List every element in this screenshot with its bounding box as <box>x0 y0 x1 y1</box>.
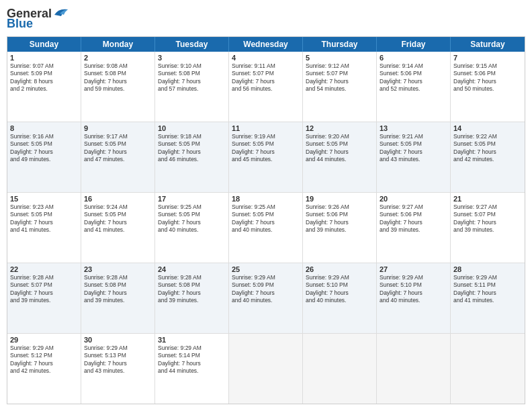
calendar-week-2: 8Sunrise: 9:16 AMSunset: 5:05 PMDaylight… <box>7 122 525 193</box>
calendar-cell-4-1: 22Sunrise: 9:28 AMSunset: 5:07 PMDayligh… <box>7 263 81 333</box>
cell-sun-info: Sunrise: 9:25 AMSunset: 5:05 PMDaylight:… <box>158 203 226 234</box>
cell-sun-info: Sunrise: 9:07 AMSunset: 5:09 PMDaylight:… <box>10 62 78 93</box>
cell-sun-info: Sunrise: 9:29 AMSunset: 5:13 PMDaylight:… <box>84 345 152 375</box>
calendar-cell-3-1: 15Sunrise: 9:23 AMSunset: 5:05 PMDayligh… <box>7 193 81 263</box>
day-header-sunday: Sunday <box>7 37 81 52</box>
logo-bird-icon <box>53 7 68 19</box>
calendar-cell-1-2: 2Sunrise: 9:08 AMSunset: 5:08 PMDaylight… <box>81 52 155 122</box>
calendar-cell-5-5 <box>303 334 377 404</box>
cell-sun-info: Sunrise: 9:10 AMSunset: 5:08 PMDaylight:… <box>158 62 226 93</box>
cell-sun-info: Sunrise: 9:23 AMSunset: 5:05 PMDaylight:… <box>10 203 78 234</box>
cell-sun-info: Sunrise: 9:15 AMSunset: 5:06 PMDaylight:… <box>453 62 522 93</box>
day-number: 22 <box>10 265 78 273</box>
cell-sun-info: Sunrise: 9:20 AMSunset: 5:05 PMDaylight:… <box>306 133 373 164</box>
calendar-header: SundayMondayTuesdayWednesdayThursdayFrid… <box>7 37 525 52</box>
cell-sun-info: Sunrise: 9:14 AMSunset: 5:06 PMDaylight:… <box>380 62 447 93</box>
cell-sun-info: Sunrise: 9:29 AMSunset: 5:10 PMDaylight:… <box>306 274 373 305</box>
day-number: 6 <box>380 54 447 62</box>
day-number: 14 <box>453 124 522 132</box>
day-header-monday: Monday <box>81 37 155 52</box>
calendar-cell-3-5: 19Sunrise: 9:26 AMSunset: 5:06 PMDayligh… <box>303 193 377 263</box>
calendar-week-1: 1Sunrise: 9:07 AMSunset: 5:09 PMDaylight… <box>7 52 525 122</box>
page-header: General Blue <box>7 7 525 31</box>
calendar-cell-3-7: 21Sunrise: 9:27 AMSunset: 5:07 PMDayligh… <box>451 193 525 263</box>
day-number: 9 <box>84 124 152 132</box>
calendar-cell-4-7: 28Sunrise: 9:29 AMSunset: 5:11 PMDayligh… <box>451 263 525 333</box>
cell-sun-info: Sunrise: 9:11 AMSunset: 5:07 PMDaylight:… <box>232 62 300 93</box>
cell-sun-info: Sunrise: 9:28 AMSunset: 5:08 PMDaylight:… <box>84 274 152 305</box>
calendar-cell-1-3: 3Sunrise: 9:10 AMSunset: 5:08 PMDaylight… <box>155 52 229 122</box>
calendar-cell-5-1: 29Sunrise: 9:29 AMSunset: 5:12 PMDayligh… <box>7 334 81 404</box>
day-number: 24 <box>158 265 226 273</box>
calendar-cell-3-6: 20Sunrise: 9:27 AMSunset: 5:06 PMDayligh… <box>377 193 451 263</box>
day-number: 3 <box>158 54 226 62</box>
cell-sun-info: Sunrise: 9:28 AMSunset: 5:08 PMDaylight:… <box>158 274 226 305</box>
day-number: 18 <box>232 195 300 203</box>
day-number: 10 <box>158 124 226 132</box>
calendar-week-5: 29Sunrise: 9:29 AMSunset: 5:12 PMDayligh… <box>7 334 525 404</box>
calendar-cell-4-5: 26Sunrise: 9:29 AMSunset: 5:10 PMDayligh… <box>303 263 377 333</box>
calendar-cell-3-4: 18Sunrise: 9:25 AMSunset: 5:05 PMDayligh… <box>229 193 303 263</box>
calendar-cell-4-3: 24Sunrise: 9:28 AMSunset: 5:08 PMDayligh… <box>155 263 229 333</box>
page-container: General Blue SundayMondayTuesdayWednesda… <box>0 0 532 411</box>
cell-sun-info: Sunrise: 9:22 AMSunset: 5:05 PMDaylight:… <box>453 133 522 164</box>
calendar-cell-1-1: 1Sunrise: 9:07 AMSunset: 5:09 PMDaylight… <box>7 52 81 122</box>
calendar-cell-5-2: 30Sunrise: 9:29 AMSunset: 5:13 PMDayligh… <box>81 334 155 404</box>
day-number: 5 <box>306 54 373 62</box>
day-number: 8 <box>10 124 78 132</box>
calendar-cell-3-2: 16Sunrise: 9:24 AMSunset: 5:05 PMDayligh… <box>81 193 155 263</box>
day-number: 7 <box>453 54 522 62</box>
calendar-cell-1-6: 6Sunrise: 9:14 AMSunset: 5:06 PMDaylight… <box>377 52 451 122</box>
cell-sun-info: Sunrise: 9:29 AMSunset: 5:10 PMDaylight:… <box>380 274 447 305</box>
cell-sun-info: Sunrise: 9:28 AMSunset: 5:07 PMDaylight:… <box>10 274 78 305</box>
day-number: 2 <box>84 54 152 62</box>
cell-sun-info: Sunrise: 9:29 AMSunset: 5:09 PMDaylight:… <box>232 274 300 305</box>
day-number: 4 <box>232 54 300 62</box>
day-header-friday: Friday <box>377 37 451 52</box>
day-header-wednesday: Wednesday <box>229 37 303 52</box>
cell-sun-info: Sunrise: 9:29 AMSunset: 5:14 PMDaylight:… <box>158 345 226 375</box>
cell-sun-info: Sunrise: 9:27 AMSunset: 5:07 PMDaylight:… <box>453 203 522 234</box>
calendar-cell-5-3: 31Sunrise: 9:29 AMSunset: 5:14 PMDayligh… <box>155 334 229 404</box>
calendar-week-4: 22Sunrise: 9:28 AMSunset: 5:07 PMDayligh… <box>7 263 525 334</box>
calendar-cell-5-6 <box>377 334 451 404</box>
cell-sun-info: Sunrise: 9:29 AMSunset: 5:12 PMDaylight:… <box>10 345 78 375</box>
calendar-cell-4-2: 23Sunrise: 9:28 AMSunset: 5:08 PMDayligh… <box>81 263 155 333</box>
calendar-cell-2-6: 13Sunrise: 9:21 AMSunset: 5:05 PMDayligh… <box>377 122 451 192</box>
day-number: 28 <box>453 265 522 273</box>
day-number: 15 <box>10 195 78 203</box>
day-number: 27 <box>380 265 447 273</box>
calendar-cell-1-7: 7Sunrise: 9:15 AMSunset: 5:06 PMDaylight… <box>451 52 525 122</box>
calendar-cell-2-1: 8Sunrise: 9:16 AMSunset: 5:05 PMDaylight… <box>7 122 81 192</box>
day-number: 1 <box>10 54 78 62</box>
calendar-cell-2-3: 10Sunrise: 9:18 AMSunset: 5:05 PMDayligh… <box>155 122 229 192</box>
calendar-body: 1Sunrise: 9:07 AMSunset: 5:09 PMDaylight… <box>7 52 525 404</box>
day-number: 20 <box>380 195 447 203</box>
cell-sun-info: Sunrise: 9:08 AMSunset: 5:08 PMDaylight:… <box>84 62 152 93</box>
calendar-cell-5-4 <box>229 334 303 404</box>
calendar-week-3: 15Sunrise: 9:23 AMSunset: 5:05 PMDayligh… <box>7 193 525 263</box>
day-number: 31 <box>158 336 226 344</box>
day-number: 12 <box>306 124 373 132</box>
calendar-cell-1-5: 5Sunrise: 9:12 AMSunset: 5:07 PMDaylight… <box>303 52 377 122</box>
day-number: 11 <box>232 124 300 132</box>
calendar-cell-1-4: 4Sunrise: 9:11 AMSunset: 5:07 PMDaylight… <box>229 52 303 122</box>
calendar-cell-5-7 <box>451 334 525 404</box>
calendar-cell-4-6: 27Sunrise: 9:29 AMSunset: 5:10 PMDayligh… <box>377 263 451 333</box>
cell-sun-info: Sunrise: 9:27 AMSunset: 5:06 PMDaylight:… <box>380 203 447 234</box>
calendar-cell-2-7: 14Sunrise: 9:22 AMSunset: 5:05 PMDayligh… <box>451 122 525 192</box>
cell-sun-info: Sunrise: 9:29 AMSunset: 5:11 PMDaylight:… <box>453 274 522 305</box>
day-number: 25 <box>232 265 300 273</box>
day-number: 30 <box>84 336 152 344</box>
cell-sun-info: Sunrise: 9:17 AMSunset: 5:05 PMDaylight:… <box>84 133 152 164</box>
day-number: 23 <box>84 265 152 273</box>
calendar-cell-2-2: 9Sunrise: 9:17 AMSunset: 5:05 PMDaylight… <box>81 122 155 192</box>
day-header-saturday: Saturday <box>451 37 525 52</box>
cell-sun-info: Sunrise: 9:12 AMSunset: 5:07 PMDaylight:… <box>306 62 373 93</box>
calendar-cell-2-5: 12Sunrise: 9:20 AMSunset: 5:05 PMDayligh… <box>303 122 377 192</box>
cell-sun-info: Sunrise: 9:21 AMSunset: 5:05 PMDaylight:… <box>380 133 447 164</box>
day-number: 17 <box>158 195 226 203</box>
day-number: 21 <box>453 195 522 203</box>
cell-sun-info: Sunrise: 9:18 AMSunset: 5:05 PMDaylight:… <box>158 133 226 164</box>
calendar-cell-2-4: 11Sunrise: 9:19 AMSunset: 5:05 PMDayligh… <box>229 122 303 192</box>
